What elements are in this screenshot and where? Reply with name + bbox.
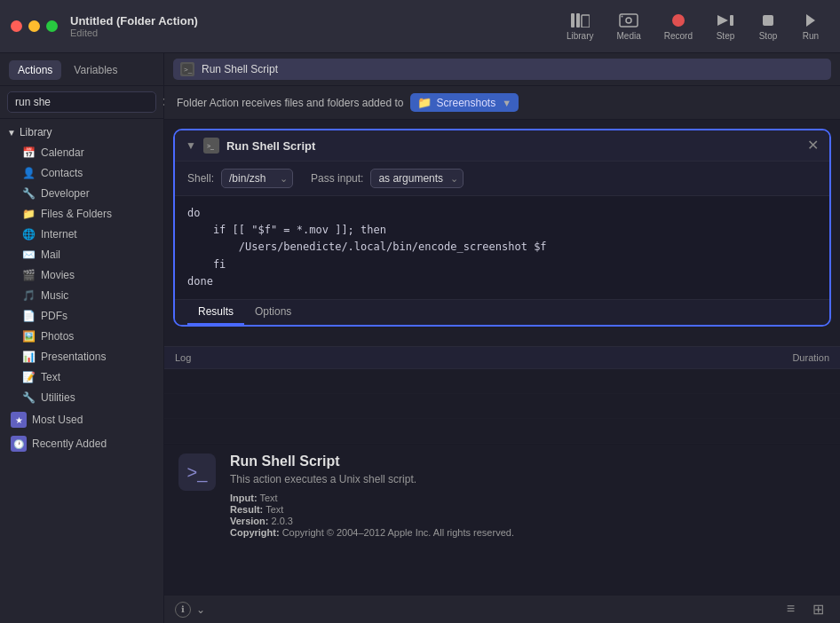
sidebar-item-text[interactable]: 📝 Text bbox=[4, 367, 160, 387]
shell-option-group: Shell: /bin/zsh /bin/bash /bin/sh bbox=[187, 169, 293, 188]
maximize-button[interactable] bbox=[46, 20, 58, 32]
log-row-2 bbox=[164, 394, 840, 419]
recently-added-label: Recently Added bbox=[32, 438, 107, 450]
sidebar-item-label: Contacts bbox=[41, 167, 83, 179]
script-panel-header: ▼ >_ Run Shell Script ✕ bbox=[175, 130, 829, 162]
list-view-button[interactable]: ≡ bbox=[781, 599, 800, 619]
sidebar-item-contacts[interactable]: 👤 Contacts bbox=[4, 163, 160, 183]
sidebar-item-label: Movies bbox=[41, 269, 75, 281]
pass-input-option-group: Pass input: as arguments to stdin bbox=[311, 169, 464, 188]
sidebar-item-movies[interactable]: 🎬 Movies bbox=[4, 265, 160, 285]
svg-rect-0 bbox=[571, 13, 575, 28]
tab-results[interactable]: Results bbox=[187, 300, 244, 325]
info-circle-button[interactable]: ℹ bbox=[175, 602, 191, 618]
copyright-label: Copyright: bbox=[230, 527, 280, 538]
folder-badge-label: Screenshots bbox=[436, 97, 495, 109]
meta-version: Version: 2.0.3 bbox=[230, 516, 826, 526]
bottom-panel: >_ Run Shell Script This action executes… bbox=[164, 444, 840, 595]
version-label: Version: bbox=[230, 516, 268, 526]
script-code-area[interactable]: do if [[ "$f" = *.mov ]]; then /Users/be… bbox=[175, 196, 829, 299]
pass-input-select[interactable]: as arguments to stdin bbox=[370, 169, 464, 188]
developer-icon: 🔧 bbox=[21, 186, 36, 201]
internet-icon: 🌐 bbox=[21, 227, 36, 241]
mail-icon: ✉️ bbox=[21, 248, 36, 262]
bottom-text: Run Shell Script This action executes a … bbox=[230, 453, 826, 538]
chevron-down-icon: ⌄ bbox=[196, 603, 205, 616]
chevron-down-icon: ▼ bbox=[7, 128, 16, 138]
sidebar-item-label: Text bbox=[41, 371, 60, 383]
input-value: Text bbox=[259, 493, 277, 503]
utilities-icon: 🔧 bbox=[21, 390, 36, 405]
step-icon bbox=[716, 12, 735, 28]
app-title: Untitled (Folder Action) bbox=[70, 14, 558, 28]
close-button[interactable] bbox=[11, 20, 22, 32]
search-result-label: Run Shell Script bbox=[202, 63, 278, 75]
script-panel-close-button[interactable]: ✕ bbox=[807, 138, 819, 153]
tab-variables[interactable]: Variables bbox=[65, 60, 126, 80]
folder-badge[interactable]: 📁 Screenshots ▼ bbox=[410, 93, 519, 112]
media-label: Media bbox=[617, 31, 641, 41]
minimize-button[interactable] bbox=[28, 20, 40, 32]
sidebar-item-mail[interactable]: ✉️ Mail bbox=[4, 245, 160, 264]
sidebar-item-presentations[interactable]: 📊 Presentations bbox=[4, 347, 160, 367]
sidebar-item-label: Calendar bbox=[41, 146, 84, 159]
sidebar-item-most-used[interactable]: ★ Most Used bbox=[4, 408, 160, 431]
sidebar-item-internet[interactable]: 🌐 Internet bbox=[4, 225, 160, 244]
version-value: 2.0.3 bbox=[271, 516, 292, 526]
run-button[interactable]: Run bbox=[792, 9, 829, 44]
sidebar-item-pdfs[interactable]: 📄 PDFs bbox=[4, 306, 160, 326]
library-icon bbox=[570, 12, 590, 28]
sidebar-item-label: Files & Folders bbox=[41, 208, 112, 220]
most-used-icon: ★ bbox=[11, 412, 27, 428]
status-left: ℹ ⌄ bbox=[175, 602, 205, 618]
record-button[interactable]: Record bbox=[655, 9, 701, 44]
result-value: Text bbox=[265, 504, 283, 515]
shell-select[interactable]: /bin/zsh /bin/bash /bin/sh bbox=[221, 169, 293, 188]
search-bar: ✕ bbox=[0, 86, 163, 119]
log-row-3 bbox=[164, 419, 840, 444]
folder-action-text: Folder Action receives files and folders… bbox=[177, 97, 403, 109]
log-header-row: Log Duration bbox=[164, 346, 840, 369]
step-button[interactable]: Step bbox=[707, 9, 744, 44]
shell-script-icon: >_ bbox=[180, 62, 194, 76]
status-bar: ℹ ⌄ ≡ ⊞ bbox=[164, 595, 840, 623]
sidebar-item-recently-added[interactable]: 🕐 Recently Added bbox=[4, 432, 160, 455]
log-col-header: Log bbox=[175, 352, 723, 363]
app-subtitle: Edited bbox=[70, 28, 558, 38]
search-results-bar: >_ Run Shell Script bbox=[164, 53, 840, 86]
action-icon: >_ bbox=[178, 453, 216, 491]
files-folders-icon: 📁 bbox=[21, 207, 36, 221]
script-panel: ▼ >_ Run Shell Script ✕ Shell: bbox=[173, 129, 831, 327]
grid-view-button[interactable]: ⊞ bbox=[807, 599, 829, 619]
copyright-value: Copyright © 2004–2012 Apple Inc. All rig… bbox=[282, 527, 514, 538]
collapse-icon[interactable]: ▼ bbox=[186, 139, 196, 152]
most-used-label: Most Used bbox=[32, 414, 83, 426]
sidebar-item-photos[interactable]: 🖼️ Photos bbox=[4, 327, 160, 346]
sidebar-item-label: Mail bbox=[41, 248, 60, 261]
search-input[interactable] bbox=[7, 91, 156, 113]
tab-actions[interactable]: Actions bbox=[9, 60, 61, 80]
media-icon bbox=[619, 12, 638, 28]
stop-button[interactable]: Stop bbox=[749, 9, 787, 44]
sidebar-item-files-folders[interactable]: 📁 Files & Folders bbox=[4, 204, 160, 224]
toolbar-right: Library Media Record bbox=[558, 9, 829, 44]
sidebar-item-calendar[interactable]: 📅 Calendar bbox=[4, 143, 160, 162]
media-button[interactable]: Media bbox=[608, 9, 650, 44]
tab-options[interactable]: Options bbox=[244, 300, 302, 325]
search-result-item[interactable]: >_ Run Shell Script bbox=[173, 59, 831, 80]
log-section: Log Duration bbox=[164, 346, 840, 444]
svg-point-4 bbox=[626, 18, 631, 23]
sidebar-item-music[interactable]: 🎵 Music bbox=[4, 286, 160, 305]
sidebar: Actions Variables ✕ ▼ Library 📅 Calendar… bbox=[0, 53, 164, 623]
library-section-header[interactable]: ▼ Library bbox=[0, 122, 163, 142]
sidebar-item-developer[interactable]: 🔧 Developer bbox=[4, 184, 160, 203]
bottom-title: Run Shell Script bbox=[230, 453, 826, 469]
record-label: Record bbox=[664, 31, 693, 41]
script-options-row: Shell: /bin/zsh /bin/bash /bin/sh Pass i… bbox=[175, 162, 829, 196]
sidebar-item-utilities[interactable]: 🔧 Utilities bbox=[4, 388, 160, 407]
shell-label: Shell: bbox=[187, 172, 214, 185]
status-dropdown[interactable]: ⌄ bbox=[196, 603, 205, 616]
pass-input-label: Pass input: bbox=[311, 172, 363, 185]
library-button[interactable]: Library bbox=[558, 9, 603, 44]
sidebar-item-label: Utilities bbox=[41, 391, 75, 404]
